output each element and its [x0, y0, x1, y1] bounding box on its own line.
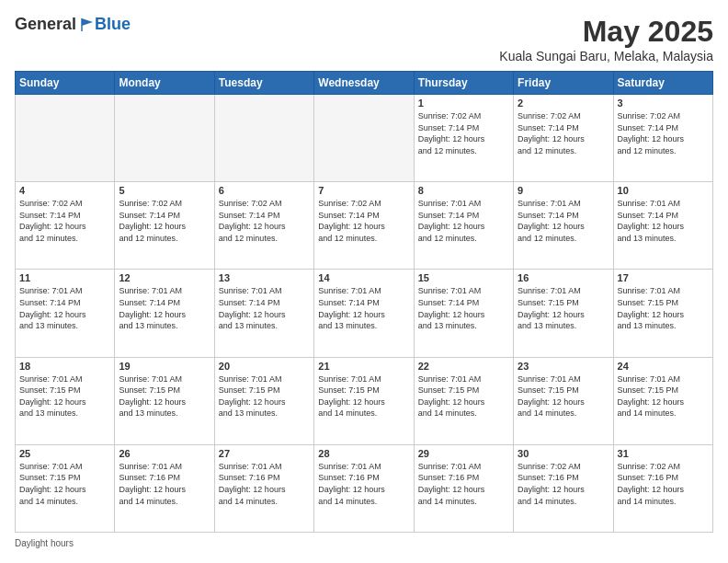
day-info: Sunrise: 7:02 AM Sunset: 7:14 PM Dayligh… [219, 198, 310, 244]
day-info: Sunrise: 7:01 AM Sunset: 7:15 PM Dayligh… [618, 373, 709, 419]
day-number: 18 [19, 361, 110, 372]
col-sunday: Sunday [16, 72, 115, 95]
day-number: 17 [618, 272, 709, 283]
calendar-week-4: 18Sunrise: 7:01 AM Sunset: 7:15 PM Dayli… [16, 357, 713, 444]
day-number: 26 [119, 448, 210, 459]
table-row: 2Sunrise: 7:02 AM Sunset: 7:14 PM Daylig… [514, 95, 613, 182]
day-info: Sunrise: 7:02 AM Sunset: 7:14 PM Dayligh… [318, 198, 409, 244]
day-info: Sunrise: 7:01 AM Sunset: 7:14 PM Dayligh… [19, 285, 110, 331]
table-row: 18Sunrise: 7:01 AM Sunset: 7:15 PM Dayli… [16, 357, 115, 444]
day-number: 21 [318, 361, 409, 372]
day-number: 19 [119, 361, 210, 372]
table-row [214, 95, 313, 182]
table-row: 27Sunrise: 7:01 AM Sunset: 7:16 PM Dayli… [214, 444, 313, 532]
col-saturday: Saturday [613, 72, 712, 95]
table-row [16, 95, 115, 182]
day-number: 29 [418, 448, 509, 459]
table-row: 19Sunrise: 7:01 AM Sunset: 7:15 PM Dayli… [115, 357, 214, 444]
title-section: May 2025 Kuala Sungai Baru, Melaka, Mala… [499, 15, 713, 63]
day-info: Sunrise: 7:01 AM Sunset: 7:15 PM Dayligh… [19, 373, 110, 419]
day-info: Sunrise: 7:01 AM Sunset: 7:14 PM Dayligh… [318, 285, 409, 331]
location-subtitle: Kuala Sungai Baru, Melaka, Malaysia [499, 49, 713, 63]
day-info: Sunrise: 7:02 AM Sunset: 7:14 PM Dayligh… [518, 110, 609, 156]
header: General Blue May 2025 Kuala Sungai Baru,… [15, 15, 713, 63]
day-info: Sunrise: 7:02 AM Sunset: 7:14 PM Dayligh… [618, 110, 709, 156]
day-info: Sunrise: 7:02 AM Sunset: 7:14 PM Dayligh… [19, 198, 110, 244]
col-monday: Monday [115, 72, 214, 95]
day-number: 16 [518, 272, 609, 283]
table-row: 28Sunrise: 7:01 AM Sunset: 7:16 PM Dayli… [314, 444, 414, 532]
table-row: 16Sunrise: 7:01 AM Sunset: 7:15 PM Dayli… [514, 270, 613, 357]
day-number: 10 [618, 185, 709, 196]
table-row: 5Sunrise: 7:02 AM Sunset: 7:14 PM Daylig… [115, 182, 214, 270]
col-thursday: Thursday [414, 72, 513, 95]
day-number: 5 [119, 185, 210, 196]
table-row: 17Sunrise: 7:01 AM Sunset: 7:15 PM Dayli… [613, 270, 712, 357]
footer-note: Daylight hours [15, 538, 713, 548]
day-number: 3 [618, 98, 709, 109]
table-row: 3Sunrise: 7:02 AM Sunset: 7:14 PM Daylig… [613, 95, 712, 182]
day-number: 22 [418, 361, 509, 372]
table-row: 20Sunrise: 7:01 AM Sunset: 7:15 PM Dayli… [214, 357, 313, 444]
table-row: 22Sunrise: 7:01 AM Sunset: 7:15 PM Dayli… [414, 357, 513, 444]
day-info: Sunrise: 7:01 AM Sunset: 7:16 PM Dayligh… [318, 461, 409, 507]
table-row: 1Sunrise: 7:02 AM Sunset: 7:14 PM Daylig… [414, 95, 513, 182]
month-title: May 2025 [499, 15, 713, 49]
day-info: Sunrise: 7:01 AM Sunset: 7:16 PM Dayligh… [219, 461, 310, 507]
table-row: 7Sunrise: 7:02 AM Sunset: 7:14 PM Daylig… [314, 182, 414, 270]
daylight-hours-label: Daylight hours [15, 538, 74, 548]
svg-marker-0 [82, 18, 93, 31]
day-info: Sunrise: 7:01 AM Sunset: 7:15 PM Dayligh… [618, 285, 709, 331]
day-number: 1 [418, 98, 509, 109]
logo-blue-text: Blue [95, 15, 131, 34]
calendar-week-3: 11Sunrise: 7:01 AM Sunset: 7:14 PM Dayli… [16, 270, 713, 357]
day-info: Sunrise: 7:01 AM Sunset: 7:14 PM Dayligh… [518, 198, 609, 244]
logo: General Blue [15, 15, 131, 34]
day-info: Sunrise: 7:01 AM Sunset: 7:14 PM Dayligh… [418, 285, 509, 331]
day-info: Sunrise: 7:01 AM Sunset: 7:14 PM Dayligh… [119, 285, 210, 331]
day-number: 15 [418, 272, 509, 283]
logo-general-text: General [15, 15, 76, 34]
day-number: 2 [518, 98, 609, 109]
day-info: Sunrise: 7:01 AM Sunset: 7:14 PM Dayligh… [219, 285, 310, 331]
day-info: Sunrise: 7:01 AM Sunset: 7:15 PM Dayligh… [518, 373, 609, 419]
col-tuesday: Tuesday [214, 72, 313, 95]
page: General Blue May 2025 Kuala Sungai Baru,… [0, 0, 728, 563]
calendar-week-2: 4Sunrise: 7:02 AM Sunset: 7:14 PM Daylig… [16, 182, 713, 270]
table-row: 8Sunrise: 7:01 AM Sunset: 7:14 PM Daylig… [414, 182, 513, 270]
table-row: 13Sunrise: 7:01 AM Sunset: 7:14 PM Dayli… [214, 270, 313, 357]
day-number: 20 [219, 361, 310, 372]
table-row: 6Sunrise: 7:02 AM Sunset: 7:14 PM Daylig… [214, 182, 313, 270]
calendar-week-5: 25Sunrise: 7:01 AM Sunset: 7:15 PM Dayli… [16, 444, 713, 532]
table-row: 9Sunrise: 7:01 AM Sunset: 7:14 PM Daylig… [514, 182, 613, 270]
col-wednesday: Wednesday [314, 72, 414, 95]
day-info: Sunrise: 7:01 AM Sunset: 7:16 PM Dayligh… [418, 461, 509, 507]
day-number: 9 [518, 185, 609, 196]
table-row: 25Sunrise: 7:01 AM Sunset: 7:15 PM Dayli… [16, 444, 115, 532]
day-info: Sunrise: 7:01 AM Sunset: 7:15 PM Dayligh… [418, 373, 509, 419]
day-info: Sunrise: 7:01 AM Sunset: 7:15 PM Dayligh… [318, 373, 409, 419]
day-info: Sunrise: 7:01 AM Sunset: 7:15 PM Dayligh… [19, 461, 110, 507]
day-number: 31 [618, 448, 709, 459]
table-row: 4Sunrise: 7:02 AM Sunset: 7:14 PM Daylig… [16, 182, 115, 270]
day-info: Sunrise: 7:02 AM Sunset: 7:14 PM Dayligh… [119, 198, 210, 244]
day-info: Sunrise: 7:02 AM Sunset: 7:14 PM Dayligh… [418, 110, 509, 156]
day-number: 25 [19, 448, 110, 459]
day-number: 4 [19, 185, 110, 196]
table-row: 11Sunrise: 7:01 AM Sunset: 7:14 PM Dayli… [16, 270, 115, 357]
table-row: 12Sunrise: 7:01 AM Sunset: 7:14 PM Dayli… [115, 270, 214, 357]
day-number: 30 [518, 448, 609, 459]
day-number: 14 [318, 272, 409, 283]
table-row: 29Sunrise: 7:01 AM Sunset: 7:16 PM Dayli… [414, 444, 513, 532]
table-row: 10Sunrise: 7:01 AM Sunset: 7:14 PM Dayli… [613, 182, 712, 270]
calendar-table: Sunday Monday Tuesday Wednesday Thursday… [15, 71, 713, 533]
table-row [314, 95, 414, 182]
day-info: Sunrise: 7:02 AM Sunset: 7:16 PM Dayligh… [518, 461, 609, 507]
day-info: Sunrise: 7:01 AM Sunset: 7:15 PM Dayligh… [219, 373, 310, 419]
day-info: Sunrise: 7:02 AM Sunset: 7:16 PM Dayligh… [618, 461, 709, 507]
day-number: 28 [318, 448, 409, 459]
day-number: 7 [318, 185, 409, 196]
day-number: 23 [518, 361, 609, 372]
table-row: 21Sunrise: 7:01 AM Sunset: 7:15 PM Dayli… [314, 357, 414, 444]
day-number: 12 [119, 272, 210, 283]
